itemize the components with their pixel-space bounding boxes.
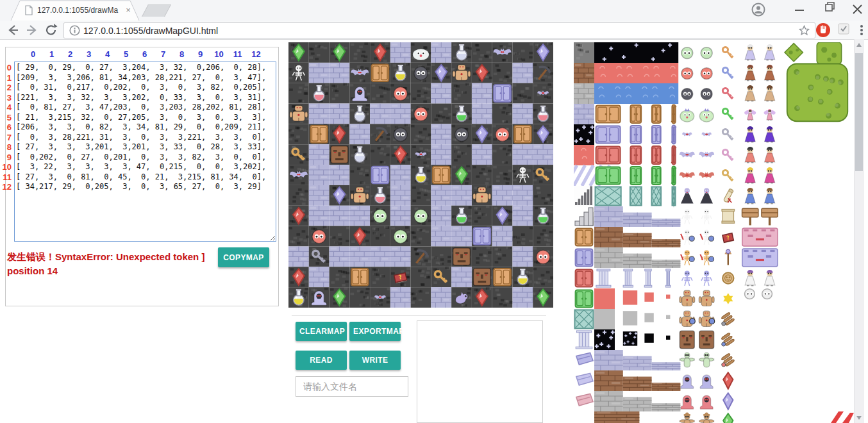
col-header: 3	[79, 49, 98, 59]
tab-bar: 127.0.0.1:1055/drawMa ×	[0, 0, 868, 21]
scrollbar-thumb[interactable]	[855, 53, 863, 171]
col-header: 7	[154, 49, 172, 59]
browser-tab[interactable]: 127.0.0.1:1055/drawMa ×	[10, 0, 140, 21]
col-header: 9	[191, 49, 210, 59]
map-matrix-textarea[interactable]	[14, 62, 276, 242]
row-header: 8	[1, 142, 12, 153]
row-header: 6	[1, 122, 12, 133]
extension-hand-icon[interactable]	[815, 22, 831, 40]
tab-title: 127.0.0.1:1055/drawMa	[37, 6, 119, 15]
reload-icon[interactable]	[44, 22, 59, 38]
col-header: 4	[98, 49, 117, 59]
row-header: 12	[1, 182, 12, 192]
row-header: 7	[1, 133, 12, 143]
row-header: 11	[1, 172, 12, 183]
extension-check-icon[interactable]	[837, 22, 850, 38]
write-button[interactable]: WRITE	[349, 351, 401, 370]
page-scrollbar[interactable]	[854, 39, 864, 423]
browser-toolbar: 127.0.0.1:1055/drawMapGUI.html	[0, 21, 868, 40]
scrollbar-down-icon[interactable]	[856, 416, 862, 420]
partial-red-graphic	[827, 409, 854, 423]
menu-dots-icon[interactable]	[856, 22, 867, 40]
tileset-canvas[interactable]	[574, 42, 853, 423]
row-header: 9	[1, 153, 12, 163]
minimize-button[interactable]	[785, 0, 814, 18]
bookmark-star-icon[interactable]	[799, 25, 810, 38]
output-box[interactable]	[417, 320, 543, 423]
read-button[interactable]: READ	[296, 351, 347, 370]
col-header: 2	[61, 49, 79, 59]
filename-input[interactable]	[296, 376, 408, 397]
url-text[interactable]: 127.0.0.1:1055/drawMapGUI.html	[83, 26, 218, 36]
row-header: 3	[1, 93, 12, 103]
col-header: 8	[172, 49, 191, 59]
tab-close-icon[interactable]: ×	[123, 5, 133, 15]
row-header: 5	[1, 113, 12, 123]
close-window-button[interactable]	[843, 0, 868, 18]
col-header: 10	[210, 49, 228, 59]
back-icon[interactable]	[5, 22, 21, 38]
row-header: 10	[1, 162, 12, 172]
col-header: 5	[117, 49, 135, 59]
row-header: 1	[1, 73, 12, 83]
row-header: 2	[1, 83, 12, 93]
clearmap-button[interactable]: CLEARMAP	[296, 322, 347, 341]
error-message: 发生错误！SyntaxError: Unexpected token ] pos…	[7, 250, 222, 278]
scrollbar-up-icon[interactable]	[856, 43, 862, 47]
exportmap-button[interactable]: EXPORTMAP	[349, 322, 401, 341]
col-header: 12	[247, 49, 265, 59]
map-canvas[interactable]	[288, 42, 553, 308]
profile-icon[interactable]	[751, 3, 765, 17]
col-header: 6	[135, 49, 154, 59]
restore-button[interactable]	[814, 0, 843, 18]
row-header: 0	[1, 63, 12, 73]
col-header: 11	[228, 49, 247, 59]
row-header: 4	[1, 103, 12, 113]
matrix-panel: 0123456789101112 0123456789101112 发生错误！S…	[5, 47, 279, 306]
info-icon[interactable]	[69, 25, 80, 38]
address-bar[interactable]: 127.0.0.1:1055/drawMapGUI.html	[63, 22, 815, 38]
new-tab-button[interactable]	[142, 4, 171, 17]
col-header: 0	[24, 49, 42, 59]
forward-icon[interactable]	[24, 22, 40, 38]
copymap-button[interactable]: COPYMAP	[218, 247, 269, 267]
divider	[292, 315, 546, 316]
browser-window: 127.0.0.1:1055/drawMa ×	[0, 0, 868, 423]
col-header: 1	[42, 49, 61, 59]
